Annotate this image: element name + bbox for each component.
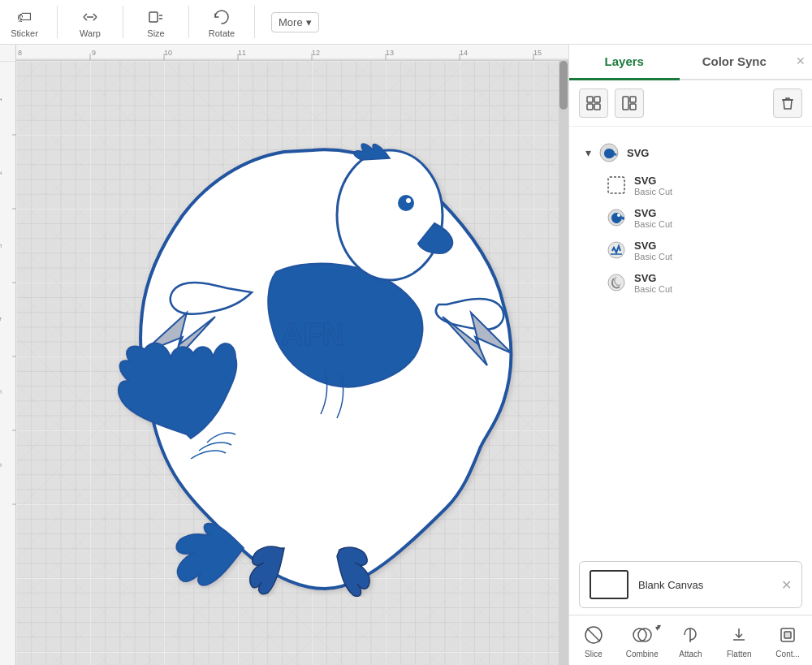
layer-item-3[interactable]: SVG Basic Cut (598, 234, 802, 266)
svg-text:13: 13 (386, 49, 394, 57)
combine-button[interactable]: Combine ▾ (622, 622, 663, 659)
svg-rect-35 (587, 97, 593, 102)
svg-rect-36 (594, 97, 600, 102)
layer-item-1[interactable]: SVG Basic Cut (598, 169, 802, 201)
divider-4 (254, 6, 255, 38)
layer-4-icon (605, 271, 628, 294)
svg-text:10: 10 (164, 49, 172, 57)
scrollbar-thumb[interactable] (559, 61, 568, 110)
blank-canvas-card[interactable]: Blank Canvas ✕ (579, 561, 802, 608)
combine-dropdown-icon: ▾ (657, 622, 661, 631)
tab-layers[interactable]: Layers (569, 45, 680, 80)
svg-text:12: 12 (312, 49, 320, 57)
warp-label: Warp (80, 28, 101, 38)
layer-2-icon (605, 206, 628, 229)
canvas-close-icon[interactable]: ✕ (781, 577, 792, 593)
ungroup-button[interactable] (615, 89, 644, 118)
mascot-image[interactable]: AFN (81, 126, 544, 597)
svg-line-50 (587, 628, 600, 641)
layer-children: SVG Basic Cut (598, 169, 802, 299)
combine-icon (629, 622, 655, 648)
contour-label: Cont... (775, 650, 799, 659)
layer-3-subtitle: Basic Cut (634, 252, 796, 261)
layer-4-subtitle: Basic Cut (634, 284, 796, 294)
layer-item-svg-group[interactable]: ▾ SVG (579, 136, 802, 169)
slice-icon (581, 622, 607, 648)
slice-button[interactable]: Slice (573, 622, 614, 659)
layer-item-4[interactable]: SVG Basic Cut (598, 266, 802, 299)
divider-2 (123, 6, 123, 38)
slice-label: Slice (585, 650, 603, 659)
layer-1-subtitle: Basic Cut (634, 187, 796, 196)
attach-button[interactable]: Attach (670, 622, 710, 659)
svg-text:8: 8 (18, 49, 22, 57)
svg-text:5: 5 (0, 390, 3, 394)
svg-group-text: SVG (627, 147, 796, 159)
layer-item-2[interactable]: SVG Basic Cut (598, 201, 802, 234)
svg-point-34 (406, 198, 411, 203)
canvas-area[interactable]: 1 2 3 4 5 6 8 9 (0, 45, 568, 665)
more-chevron-icon: ▾ (306, 16, 312, 28)
tab-colorsync[interactable]: Color Sync (680, 45, 790, 79)
svg-rect-40 (630, 97, 636, 102)
divider-3 (188, 6, 189, 38)
layer-4-text: SVG Basic Cut (634, 272, 796, 294)
warp-icon (79, 6, 102, 28)
delete-button[interactable] (773, 89, 802, 118)
layers-list: ▾ SVG (569, 127, 812, 555)
size-label: Size (147, 28, 164, 38)
svg-text:6: 6 (0, 463, 3, 467)
layer-2-subtitle: Basic Cut (634, 219, 796, 229)
svg-rect-38 (594, 104, 600, 110)
svg-rect-39 (623, 97, 628, 110)
svg-text:3: 3 (0, 244, 3, 248)
svg-point-32 (337, 150, 443, 280)
rotate-icon (210, 6, 233, 28)
sticker-icon: 🏷 (13, 6, 36, 28)
layer-1-title: SVG (634, 175, 796, 187)
divider-1 (57, 6, 58, 38)
right-panel: Layers Color Sync ✕ (568, 45, 812, 665)
panel-close-icon[interactable]: ✕ (789, 45, 812, 79)
expand-chevron-icon: ▾ (585, 146, 591, 159)
vertical-scrollbar[interactable] (559, 61, 568, 665)
svg-rect-1 (149, 12, 158, 22)
size-tool[interactable]: Size (140, 6, 172, 38)
panel-bottom-toolbar: Slice Combine ▾ (569, 615, 812, 665)
svg-rect-41 (630, 104, 636, 110)
canvas-grid: AFN (16, 61, 568, 665)
flatten-icon (726, 622, 752, 648)
rotate-tool[interactable]: Rotate (205, 6, 238, 38)
svg-text:1: 1 (0, 97, 3, 101)
toolbar: 🏷 Sticker Warp Size (0, 0, 812, 45)
svg-text:11: 11 (238, 49, 246, 57)
svg-text:9: 9 (92, 49, 96, 57)
more-button[interactable]: More ▾ (271, 12, 319, 32)
contour-icon (775, 622, 801, 648)
layer-3-text: SVG Basic Cut (634, 240, 796, 261)
layer-2-title: SVG (634, 207, 796, 219)
canvas-thumbnail (590, 570, 628, 599)
layer-2-text: SVG Basic Cut (634, 207, 796, 229)
main-area: 1 2 3 4 5 6 8 9 (0, 45, 812, 665)
svg-point-47 (608, 242, 624, 258)
svg-group-title: SVG (627, 147, 796, 159)
panel-toolbar (569, 80, 812, 127)
group-button[interactable] (579, 89, 608, 118)
svg-text:AFN: AFN (281, 317, 344, 352)
contour-button[interactable]: Cont... (767, 622, 808, 659)
rotate-label: Rotate (209, 28, 235, 38)
svg-group-icon (598, 141, 620, 164)
more-label: More (279, 16, 303, 28)
svg-point-46 (617, 214, 620, 217)
svg-rect-37 (587, 104, 593, 110)
sticker-tool[interactable]: 🏷 Sticker (8, 6, 41, 38)
layer-4-title: SVG (634, 272, 796, 284)
attach-icon (677, 622, 703, 648)
flatten-button[interactable]: Flatten (719, 622, 759, 659)
warp-tool[interactable]: Warp (74, 6, 106, 38)
layer-1-text: SVG Basic Cut (634, 175, 796, 196)
flatten-label: Flatten (727, 650, 752, 659)
svg-rect-56 (784, 632, 791, 638)
svg-text:14: 14 (460, 49, 468, 57)
